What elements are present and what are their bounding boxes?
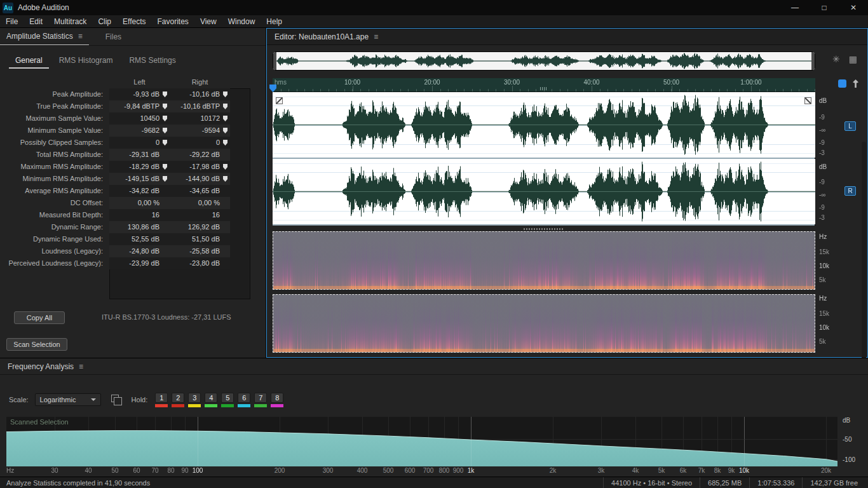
scale-dropdown[interactable]: Logarithmic	[35, 393, 101, 406]
jump-to-sample-icon[interactable]	[223, 176, 227, 182]
timeline-ruler[interactable]	[273, 78, 815, 92]
jump-to-sample-icon[interactable]	[163, 176, 167, 182]
wave-spectral-splitter[interactable]	[273, 227, 815, 231]
hold-button-6[interactable]: 6	[238, 393, 250, 407]
waveform-display[interactable]	[273, 92, 815, 226]
menu-item-edit[interactable]: Edit	[24, 15, 48, 28]
copy-all-button[interactable]: Copy All	[14, 311, 65, 324]
menubar: FileEditMultitrackClipEffectsFavoritesVi…	[0, 15, 868, 28]
menu-item-effects[interactable]: Effects	[117, 15, 151, 28]
hold-button-number[interactable]: 7	[254, 393, 267, 403]
maximize-button[interactable]: □	[810, 0, 839, 15]
jump-to-sample-icon[interactable]	[223, 92, 227, 97]
hold-label: Hold:	[132, 396, 148, 403]
subtab-general[interactable]: General	[9, 53, 49, 69]
channel-right-button[interactable]: R	[844, 186, 856, 196]
minimize-button[interactable]: —	[780, 0, 810, 15]
editor-panel-menu-icon[interactable]: ≡	[374, 32, 378, 41]
stat-value: 52,55 dB	[109, 233, 170, 245]
jump-to-sample-icon[interactable]	[223, 116, 227, 121]
hold-button-4[interactable]: 4	[205, 393, 217, 407]
grid-view-icon[interactable]: ▦	[849, 54, 857, 64]
hold-button-3[interactable]: 3	[188, 393, 201, 407]
stat-value: -24,80 dB	[109, 245, 170, 257]
channel-left-button[interactable]: L	[844, 121, 856, 131]
editor-right-rail: L R dB-9-∞-9-3dB-9-∞-9-3Hz15k10k5kHz15k1…	[815, 78, 867, 355]
timeline-ruler-canvas[interactable]	[273, 78, 815, 92]
hold-button-number[interactable]: 4	[205, 393, 217, 403]
hold-button-number[interactable]: 5	[221, 393, 234, 403]
jump-to-sample-icon[interactable]	[223, 164, 227, 170]
chevron-down-icon	[91, 398, 96, 401]
stat-label: Average RMS Amplitude:	[5, 185, 109, 197]
menu-item-favorites[interactable]: Favorites	[152, 15, 194, 28]
hold-button-number[interactable]: 8	[271, 393, 283, 403]
hold-button-number[interactable]: 2	[172, 393, 184, 403]
status-item: 142,37 GB free	[802, 477, 865, 488]
menu-item-file[interactable]: File	[0, 15, 24, 28]
hold-button-1[interactable]: 1	[155, 393, 168, 407]
table-row: Total RMS Amplitude:-29,31 dB-29,22 dB	[5, 149, 259, 161]
spectral-display-right[interactable]	[273, 294, 815, 353]
menu-item-help[interactable]: Help	[261, 15, 288, 28]
jump-to-sample-icon[interactable]	[163, 140, 167, 146]
table-row: Dynamic Range Used:52,55 dB51,50 dB	[5, 233, 259, 245]
subtab-rms-histogram[interactable]: RMS Histogram	[53, 53, 119, 69]
stat-value: -29,31 dB	[109, 149, 170, 161]
tab-amplitude-statistics[interactable]: Amplitude Statistics ≡	[0, 28, 89, 45]
scale-tick-label: 15k	[819, 248, 829, 255]
jump-to-sample-icon[interactable]	[163, 164, 167, 170]
editor-tab[interactable]: Editor: Neubauten10A1.ape ≡	[267, 32, 386, 41]
x-tick-label: 9k	[728, 467, 735, 474]
close-button[interactable]: ✕	[839, 0, 868, 15]
jump-to-sample-icon[interactable]	[163, 116, 167, 121]
copy-graph-icon[interactable]	[111, 395, 119, 402]
hold-button-number[interactable]: 1	[155, 393, 168, 403]
scale-tick-label: dB	[819, 163, 827, 170]
jump-to-sample-icon[interactable]	[223, 104, 227, 109]
tab-files[interactable]: Files	[99, 28, 128, 45]
spectral-display-left[interactable]	[273, 231, 815, 290]
spectrogram-right-canvas[interactable]	[273, 295, 815, 352]
hold-button-5[interactable]: 5	[221, 393, 234, 407]
overview-handle-left[interactable]	[273, 52, 276, 70]
menu-item-view[interactable]: View	[194, 15, 222, 28]
tab-frequency-analysis[interactable]: Frequency Analysis ≡	[0, 362, 91, 371]
scan-selection-button[interactable]: Scan Selection	[6, 338, 67, 351]
table-row: Minimum Sample Value:-9682-9594	[5, 125, 259, 137]
jump-to-sample-icon[interactable]	[223, 140, 227, 146]
selection-handle-right[interactable]	[804, 97, 811, 104]
overview-waveform-canvas[interactable]	[276, 52, 813, 70]
jump-to-sample-icon[interactable]	[163, 128, 167, 133]
frequency-controls: Scale: Logarithmic Hold: 12345678	[9, 391, 283, 408]
waveform-right-canvas[interactable]	[273, 159, 815, 224]
hold-button-2[interactable]: 2	[172, 393, 184, 407]
scale-tick-label: 15k	[819, 310, 829, 317]
hold-button-number[interactable]: 6	[238, 393, 250, 403]
jump-to-sample-icon[interactable]	[223, 128, 227, 133]
menu-item-multitrack[interactable]: Multitrack	[48, 15, 92, 28]
hold-button-8[interactable]: 8	[271, 393, 283, 407]
selection-handle-left[interactable]	[276, 97, 283, 104]
stat-value: -25,58 dB	[170, 245, 230, 257]
splitter-grip[interactable]	[524, 228, 564, 230]
panel-menu-icon[interactable]: ≡	[78, 32, 83, 41]
stat-value: 16	[109, 209, 170, 221]
spectrogram-left-canvas[interactable]	[273, 232, 815, 289]
jump-to-sample-icon[interactable]	[163, 92, 167, 97]
navigate-icon[interactable]: ✳	[832, 54, 840, 64]
stat-label: Maximum RMS Amplitude:	[5, 161, 109, 173]
menu-item-window[interactable]: Window	[222, 15, 261, 28]
hold-button-7[interactable]: 7	[254, 393, 267, 407]
table-row: Perceived Loudness (Legacy):-23,99 dB-23…	[5, 257, 259, 269]
menu-item-clip[interactable]: Clip	[92, 15, 117, 28]
stat-value: -17,98 dB	[170, 161, 230, 173]
overview-handle-right[interactable]	[811, 52, 815, 70]
overview-navigator[interactable]	[273, 51, 815, 71]
x-tick-label: 7k	[698, 467, 705, 474]
frequency-panel-menu-icon[interactable]: ≡	[79, 362, 83, 371]
hold-button-number[interactable]: 3	[188, 393, 201, 403]
jump-to-sample-icon[interactable]	[163, 104, 167, 109]
subtab-rms-settings[interactable]: RMS Settings	[123, 53, 182, 69]
waveform-left-canvas[interactable]	[273, 92, 815, 158]
